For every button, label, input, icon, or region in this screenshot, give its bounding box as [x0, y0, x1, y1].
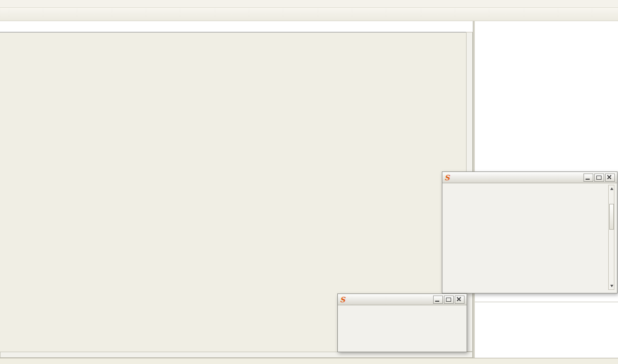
toolbar: [0, 8, 618, 21]
app-logo-icon: S: [444, 174, 450, 182]
close-button[interactable]: [455, 296, 465, 304]
menu-bar: [0, 0, 618, 8]
cursor-details-window[interactable]: S: [442, 171, 617, 293]
cursor-details-titlebar[interactable]: S: [442, 172, 617, 183]
time-intervals-window[interactable]: S: [337, 293, 467, 352]
maximize-button[interactable]: [444, 296, 454, 304]
details-scrollbar[interactable]: [608, 185, 614, 290]
minimize-button[interactable]: [433, 296, 443, 304]
time-intervals-titlebar[interactable]: S: [338, 294, 467, 305]
app-logo-icon: S: [340, 296, 345, 304]
maximize-button[interactable]: [594, 174, 604, 182]
time-axis[interactable]: [0, 21, 473, 32]
status-bar: [0, 358, 618, 364]
phasor-diagram: [475, 21, 618, 181]
horizontal-scrollbar[interactable]: [0, 352, 473, 358]
close-button[interactable]: [605, 174, 615, 182]
channel-summary-table: [475, 302, 618, 358]
minimize-button[interactable]: [583, 174, 593, 182]
